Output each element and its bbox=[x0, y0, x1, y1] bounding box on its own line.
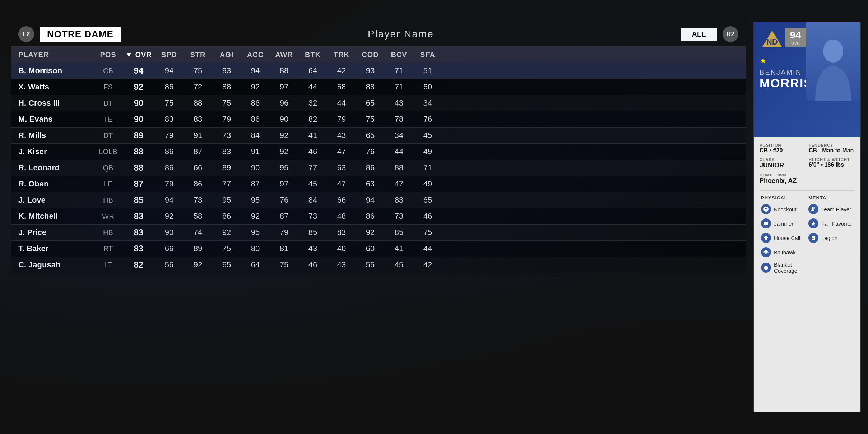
col-agi[interactable]: AGI bbox=[212, 51, 241, 59]
player-stat-cell: 73 bbox=[184, 195, 212, 205]
col-trk[interactable]: TRK bbox=[327, 51, 356, 59]
table-row[interactable]: H. Cross IIIDT9075887586963244654334 bbox=[11, 95, 746, 111]
table-row[interactable]: R. ObenLE8779867787974547634749 bbox=[11, 176, 746, 192]
tendency-label: TENDENCY bbox=[809, 143, 854, 147]
trait-team-player-name: Team Player bbox=[821, 206, 851, 212]
table-row[interactable]: J. PriceHB8390749295798583928575 bbox=[11, 225, 746, 241]
player-stat-cell: 88 bbox=[184, 98, 212, 108]
table-row[interactable]: R. LeonardQB8886668990957763868871 bbox=[11, 160, 746, 176]
player-stat-cell: 45 bbox=[298, 179, 327, 189]
height-weight-label: HEIGHT & WEIGHT bbox=[809, 157, 854, 162]
player-stat-cell: 86 bbox=[356, 163, 385, 172]
table-row[interactable]: B. MorrisonCB9494759394886442937151 bbox=[11, 63, 746, 79]
player-ovr-cell: 92 bbox=[122, 82, 155, 92]
player-stat-cell: 91 bbox=[184, 131, 212, 140]
player-stat-cell: 41 bbox=[298, 131, 327, 140]
roster-header: L2 NOTRE DAME Player Name ALL R2 bbox=[11, 22, 746, 47]
player-stat-cell: 79 bbox=[212, 115, 241, 124]
player-stat-cell: 89 bbox=[212, 163, 241, 172]
player-stat-cell: 43 bbox=[298, 244, 327, 253]
table-row[interactable]: R. MillsDT8979917384924143653445 bbox=[11, 128, 746, 144]
player-card: ND 94 OVR bbox=[753, 22, 861, 412]
column-headers: PLAYER POS ▼ OVR SPD STR AGI ACC AWR BTK… bbox=[11, 47, 746, 63]
col-ovr[interactable]: ▼ OVR bbox=[122, 51, 155, 59]
player-stat-cell: 79 bbox=[155, 179, 184, 189]
player-pos-cell: WR bbox=[94, 212, 122, 221]
class-label: CLASS bbox=[760, 157, 805, 162]
col-str[interactable]: STR bbox=[184, 51, 212, 59]
height-weight-value: 6'0" • 186 lbs bbox=[809, 162, 844, 168]
player-stat-cell: 86 bbox=[241, 115, 270, 124]
player-stat-cell: 96 bbox=[270, 98, 298, 108]
player-stat-cell: 66 bbox=[184, 163, 212, 172]
player-stat-cell: 75 bbox=[356, 115, 385, 124]
player-pos-cell: LE bbox=[94, 180, 122, 188]
filter-dropdown[interactable]: ALL bbox=[681, 28, 717, 41]
player-stat-cell: 88 bbox=[385, 163, 413, 172]
col-player[interactable]: PLAYER bbox=[15, 51, 94, 59]
col-pos[interactable]: POS bbox=[94, 51, 122, 59]
card-top: ND 94 OVR bbox=[754, 22, 860, 137]
player-pos-cell: TE bbox=[94, 115, 122, 124]
player-stat-cell: 55 bbox=[356, 260, 385, 269]
player-stat-cell: 83 bbox=[385, 195, 413, 205]
trait-jammer-name: Jammer bbox=[774, 221, 793, 227]
r2-button[interactable]: R2 bbox=[723, 26, 738, 42]
player-stat-cell: 94 bbox=[155, 66, 184, 75]
table-row[interactable]: J. KiserLOLB8886878391924647764449 bbox=[11, 144, 746, 160]
player-ovr-cell: 89 bbox=[122, 130, 155, 140]
player-name-cell: M. Evans bbox=[15, 115, 94, 124]
l2-button[interactable]: L2 bbox=[18, 26, 34, 42]
player-stat-cell: 64 bbox=[298, 66, 327, 75]
col-btk[interactable]: BTK bbox=[298, 51, 327, 59]
player-stat-cell: 85 bbox=[385, 228, 413, 237]
player-stat-cell: 92 bbox=[241, 212, 270, 221]
player-stat-cell: 76 bbox=[356, 147, 385, 156]
player-name-cell: J. Kiser bbox=[15, 147, 94, 156]
trait-legion-name: Legion bbox=[821, 235, 837, 241]
player-stat-cell: 92 bbox=[212, 228, 241, 237]
ovr-container: 94 OVR bbox=[785, 28, 806, 47]
player-stat-cell: 41 bbox=[385, 244, 413, 253]
table-row[interactable]: K. MitchellWR8392588692877348867346 bbox=[11, 208, 746, 225]
player-stat-cell: 83 bbox=[184, 115, 212, 124]
player-ovr-cell: 83 bbox=[122, 244, 155, 254]
player-stat-cell: 65 bbox=[356, 131, 385, 140]
col-acc[interactable]: ACC bbox=[241, 51, 270, 59]
jammer-icon bbox=[761, 218, 771, 228]
player-stat-cell: 72 bbox=[184, 82, 212, 92]
class-stat: CLASS JUNIOR bbox=[760, 157, 805, 169]
player-stat-cell: 48 bbox=[327, 212, 356, 221]
col-sfa[interactable]: SFA bbox=[413, 51, 442, 59]
player-stat-cell: 91 bbox=[241, 147, 270, 156]
player-stat-cell: 73 bbox=[385, 212, 413, 221]
table-row[interactable]: T. BakerRT8366897580814340604144 bbox=[11, 241, 746, 257]
col-awr[interactable]: AWR bbox=[270, 51, 298, 59]
svg-point-8 bbox=[814, 207, 815, 209]
player-stat-cell: 95 bbox=[241, 195, 270, 205]
table-row[interactable]: M. EvansTE9083837986908279757876 bbox=[11, 111, 746, 128]
player-name-cell: J. Price bbox=[15, 228, 94, 237]
player-stat-cell: 73 bbox=[298, 212, 327, 221]
player-stat-cell: 46 bbox=[298, 147, 327, 156]
player-name-search-label: Player Name bbox=[126, 28, 675, 40]
table-row[interactable]: X. WattsFS9286728892974458887160 bbox=[11, 79, 746, 95]
player-stat-cell: 88 bbox=[356, 82, 385, 92]
player-stat-cell: 83 bbox=[212, 147, 241, 156]
player-stat-cell: 82 bbox=[298, 115, 327, 124]
col-cod[interactable]: COD bbox=[356, 51, 385, 59]
player-stat-cell: 84 bbox=[241, 131, 270, 140]
player-stat-cell: 92 bbox=[155, 212, 184, 221]
player-stat-cell: 94 bbox=[241, 66, 270, 75]
trait-knockout-name: Knockout bbox=[774, 206, 797, 212]
col-bcv[interactable]: BCV bbox=[385, 51, 413, 59]
player-stat-cell: 75 bbox=[212, 244, 241, 253]
table-row[interactable]: C. JagusahLT8256926564754643554542 bbox=[11, 257, 746, 273]
col-spd[interactable]: SPD bbox=[155, 51, 184, 59]
player-stat-cell: 34 bbox=[413, 98, 442, 108]
table-row[interactable]: J. LoveHB8594739595768466948365 bbox=[11, 192, 746, 208]
team-name: NOTRE DAME bbox=[40, 27, 121, 42]
trait-house-call: House Call bbox=[761, 233, 806, 243]
player-name-cell: C. Jagusah bbox=[15, 260, 94, 269]
player-name-cell: R. Leonard bbox=[15, 163, 94, 172]
